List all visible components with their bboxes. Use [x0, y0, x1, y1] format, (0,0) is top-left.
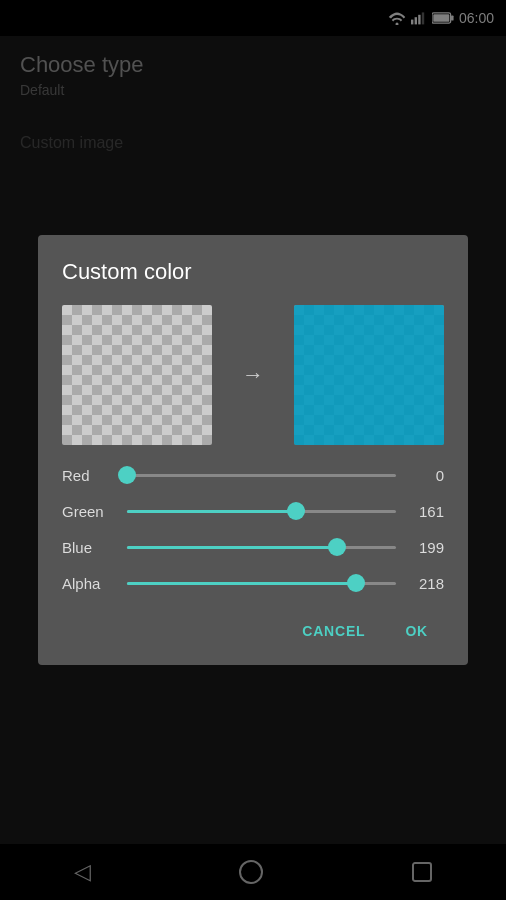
- ok-button[interactable]: OK: [389, 613, 444, 649]
- red-thumb[interactable]: [118, 466, 136, 484]
- red-label: Red: [62, 467, 117, 484]
- cancel-button[interactable]: CANCEL: [286, 613, 381, 649]
- dialog-buttons: CANCEL OK: [62, 613, 444, 649]
- blue-fill: [127, 546, 337, 549]
- green-track: [127, 510, 396, 513]
- red-track: [127, 474, 396, 477]
- dialog-title: Custom color: [62, 259, 444, 285]
- alpha-label: Alpha: [62, 575, 117, 592]
- red-slider-row: Red 0: [62, 465, 444, 485]
- red-slider-container: [127, 465, 396, 485]
- color-preview-row: →: [62, 305, 444, 445]
- green-fill: [127, 510, 296, 513]
- arrow-icon: →: [226, 362, 280, 388]
- blue-value: 199: [406, 539, 444, 556]
- green-slider-container: [127, 501, 396, 521]
- green-label: Green: [62, 503, 117, 520]
- color-result-after: [294, 305, 444, 445]
- alpha-slider-row: Alpha 218: [62, 573, 444, 593]
- blue-track: [127, 546, 396, 549]
- alpha-value: 218: [406, 575, 444, 592]
- alpha-track: [127, 582, 396, 585]
- blue-slider-container: [127, 537, 396, 557]
- custom-color-dialog: Custom color → Red 0 Green: [38, 235, 468, 665]
- alpha-thumb[interactable]: [347, 574, 365, 592]
- blue-slider-row: Blue 199: [62, 537, 444, 557]
- red-value: 0: [406, 467, 444, 484]
- checkerboard-before: [62, 305, 212, 445]
- dialog-overlay: Custom color → Red 0 Green: [0, 0, 506, 900]
- blue-label: Blue: [62, 539, 117, 556]
- color-result-overlay: [294, 305, 444, 445]
- green-thumb[interactable]: [287, 502, 305, 520]
- alpha-fill: [127, 582, 356, 585]
- green-slider-row: Green 161: [62, 501, 444, 521]
- alpha-slider-container: [127, 573, 396, 593]
- blue-thumb[interactable]: [328, 538, 346, 556]
- green-value: 161: [406, 503, 444, 520]
